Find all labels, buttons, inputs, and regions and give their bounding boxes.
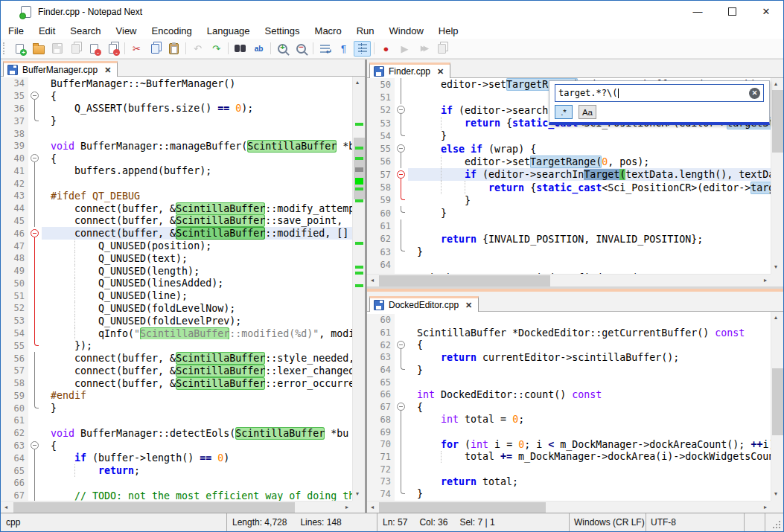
close-button[interactable]: ✕ [749, 1, 783, 22]
scrollbar-thumb[interactable] [772, 368, 783, 435]
regex-toggle-button[interactable]: .* [555, 105, 573, 119]
fold-margin[interactable] [28, 153, 42, 165]
line-number[interactable]: 70 [367, 438, 395, 451]
line-number[interactable]: 72 [367, 463, 395, 475]
scroll-up-icon[interactable]: ▴ [774, 315, 777, 321]
paste-button[interactable] [165, 41, 182, 57]
replace-button[interactable]: ab [250, 41, 267, 57]
line-number[interactable]: 51 [1, 289, 28, 302]
vertical-scrollbar[interactable]: ▴ ▾ [352, 76, 365, 501]
line-number[interactable]: 60 [367, 207, 395, 219]
line-number[interactable]: 66 [367, 388, 395, 401]
line-number[interactable]: 44 [1, 202, 28, 215]
menu-item-macro[interactable]: Macro [307, 24, 349, 38]
line-number[interactable]: 45 [1, 215, 28, 228]
menu-item-help[interactable]: Help [431, 24, 466, 38]
status-eol[interactable]: Windows (CR LF) [569, 513, 646, 531]
line-number[interactable]: 64 [1, 452, 28, 464]
scroll-down-icon[interactable]: ▾ [774, 491, 777, 497]
line-number[interactable]: 63 [1, 440, 28, 452]
scrollbar-thumb[interactable] [379, 275, 550, 286]
code-area[interactable]: 6061ScintillaBuffer *DockedEditor::getCu… [367, 311, 771, 501]
scroll-up-icon[interactable]: ▴ [774, 81, 777, 87]
fold-margin[interactable] [28, 440, 42, 452]
scroll-down-icon[interactable]: ▾ [774, 264, 777, 270]
line-number[interactable]: 55 [367, 142, 395, 155]
scrollbar-thumb[interactable] [13, 502, 295, 513]
fold-open-icon[interactable] [397, 144, 405, 153]
tab-buffermanager[interactable]: BufferManager.cpp ✕ [3, 61, 118, 77]
fold-open-icon[interactable] [31, 92, 39, 100]
scroll-right-icon[interactable]: ▸ [764, 278, 767, 283]
line-number[interactable]: 57 [1, 365, 28, 377]
close-all-button[interactable] [104, 41, 121, 57]
fold-open-icon[interactable] [397, 170, 405, 179]
line-number[interactable]: 54 [1, 327, 28, 340]
line-number[interactable]: 64 [367, 364, 395, 376]
menu-item-settings[interactable]: Settings [258, 24, 307, 38]
line-number[interactable]: 38 [1, 127, 28, 140]
scroll-right-icon[interactable]: ▸ [764, 504, 767, 510]
fold-margin[interactable] [395, 168, 408, 181]
line-number[interactable]: 48 [1, 252, 28, 265]
status-encoding[interactable]: UTF-8 [646, 513, 744, 531]
vertical-scrollbar[interactable]: ▴ ▾ [771, 311, 783, 501]
save-macro-button[interactable] [433, 41, 450, 57]
tab-finder[interactable]: Finder.cpp ✕ [369, 63, 450, 78]
horizontal-scrollbar[interactable]: ◂ ▸ [367, 274, 771, 286]
fold-open-icon[interactable] [397, 403, 405, 411]
undo-button[interactable]: ↶ [189, 41, 206, 57]
menu-item-view[interactable]: View [109, 24, 144, 38]
fold-open-icon[interactable] [31, 441, 39, 449]
menu-item-language[interactable]: Language [200, 24, 258, 38]
line-number[interactable]: 74 [367, 488, 395, 501]
line-number[interactable]: 53 [1, 315, 28, 327]
match-case-toggle-button[interactable]: Aa [579, 105, 596, 119]
line-number[interactable]: 52 [1, 302, 28, 315]
open-file-button[interactable] [30, 41, 47, 57]
line-number[interactable]: 69 [367, 426, 395, 438]
line-number[interactable]: 56 [1, 352, 28, 365]
scrollbar-thumb[interactable] [772, 90, 783, 153]
fold-margin[interactable] [395, 142, 408, 155]
fold-margin[interactable] [395, 104, 408, 117]
line-number[interactable]: 43 [1, 190, 28, 202]
fold-margin[interactable] [395, 401, 408, 414]
line-number[interactable]: 50 [1, 278, 28, 290]
fold-open-icon[interactable] [397, 341, 405, 349]
fold-margin[interactable] [28, 227, 42, 240]
line-number[interactable]: 54 [367, 129, 395, 142]
fold-margin[interactable] [395, 339, 408, 351]
line-number[interactable]: 34 [1, 77, 28, 90]
scroll-up-icon[interactable]: ▴ [356, 80, 359, 86]
search-input[interactable]: target.*?\( ✕ [555, 84, 764, 102]
zoom-in-button[interactable]: + [274, 41, 291, 57]
menu-item-edit[interactable]: Edit [31, 24, 63, 38]
line-number[interactable]: 49 [1, 265, 28, 278]
line-number[interactable]: 52 [367, 104, 395, 117]
line-number[interactable]: 62 [367, 233, 395, 246]
line-number[interactable]: 40 [1, 153, 28, 165]
line-number[interactable]: 61 [367, 327, 395, 339]
indentation-guides-button[interactable] [354, 41, 371, 57]
line-number[interactable]: 57 [367, 168, 395, 181]
line-number[interactable]: 37 [1, 115, 28, 127]
record-macro-button[interactable]: ● [377, 41, 395, 57]
line-number[interactable]: 58 [367, 181, 395, 193]
line-number[interactable]: 67 [367, 401, 395, 414]
scrollbar-thumb[interactable] [379, 502, 546, 513]
line-number[interactable]: 47 [1, 240, 28, 252]
line-number[interactable]: 53 [367, 117, 395, 129]
line-number[interactable]: 46 [1, 227, 28, 240]
word-wrap-button[interactable] [316, 41, 334, 57]
line-number[interactable]: 50 [367, 78, 395, 91]
show-all-characters-button[interactable]: ¶ [335, 41, 352, 57]
zoom-out-button[interactable]: − [293, 41, 310, 57]
play-macro-button[interactable]: ▶ [396, 41, 413, 57]
line-number[interactable]: 66 [1, 477, 28, 490]
run-macro-multiple-button[interactable]: ▶▶ [415, 41, 432, 57]
line-number[interactable]: 39 [1, 140, 28, 153]
line-number[interactable]: 61 [1, 414, 28, 427]
line-number[interactable]: 51 [367, 91, 395, 103]
clear-search-icon[interactable]: ✕ [749, 88, 760, 99]
